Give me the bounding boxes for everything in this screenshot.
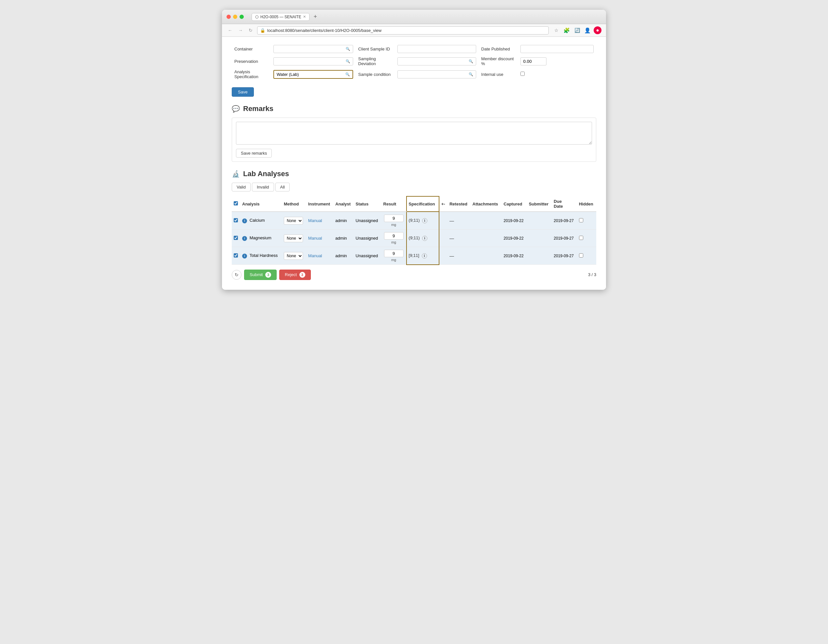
url-bar[interactable]: 🔒 xyxy=(257,27,549,35)
analysis-spec-field[interactable]: 🔍 xyxy=(273,70,353,79)
result-input[interactable] xyxy=(384,232,404,240)
sample-condition-field[interactable]: 🔍 xyxy=(397,70,476,79)
client-sample-id-input[interactable] xyxy=(400,47,473,52)
method-select[interactable]: None xyxy=(284,217,303,225)
result-input[interactable] xyxy=(384,215,404,222)
th-analyst: Analyst xyxy=(333,196,353,212)
spec-info-icon[interactable]: ℹ xyxy=(422,253,427,259)
refresh-button[interactable]: ↻ xyxy=(232,270,242,280)
info-icon[interactable]: i xyxy=(242,254,247,259)
lab-analyses-section-header: 🔬 Lab Analyses xyxy=(232,170,596,178)
sampling-deviation-field[interactable]: 🔍 xyxy=(397,57,476,66)
star-icon[interactable]: ☆ xyxy=(552,26,560,35)
tab-close-button[interactable]: ✕ xyxy=(303,15,306,19)
row-checkbox-cell[interactable] xyxy=(232,229,240,247)
spec-value: (9;11) xyxy=(409,236,420,240)
close-button[interactable] xyxy=(227,15,231,19)
submit-button[interactable]: Submit 3 xyxy=(244,270,277,280)
th-plusminus: +- xyxy=(439,196,447,212)
row-checkbox-cell[interactable] xyxy=(232,212,240,229)
row-result[interactable]: mg xyxy=(381,247,406,265)
row-captured: 2019-09-22 xyxy=(502,247,527,265)
client-sample-id-field[interactable] xyxy=(397,45,476,53)
form-row-preservation: Preservation 🔍 Sampling Deviation 🔍 xyxy=(232,55,596,68)
row-hidden[interactable] xyxy=(577,212,596,229)
spec-info-icon[interactable]: ℹ xyxy=(422,236,427,241)
active-tab[interactable]: ⬡ H2O-0005 — SENAITE ✕ xyxy=(252,13,309,21)
sample-condition-label: Sample condition xyxy=(356,68,395,81)
tab-bar: ⬡ H2O-0005 — SENAITE ✕ + xyxy=(252,13,601,21)
row-checkbox-cell[interactable] xyxy=(232,247,240,265)
remarks-box: Save remarks xyxy=(232,118,596,162)
row-method[interactable]: None xyxy=(282,247,306,265)
preservation-field[interactable]: 🔍 xyxy=(273,57,353,66)
row-checkbox[interactable] xyxy=(234,253,238,258)
save-remarks-button[interactable]: Save remarks xyxy=(236,149,272,157)
sync-icon[interactable]: 🔄 xyxy=(573,26,581,35)
spec-info-icon[interactable]: ℹ xyxy=(422,218,427,223)
container-field[interactable]: 🔍 xyxy=(273,45,353,53)
analysis-spec-input[interactable] xyxy=(277,72,345,77)
row-instrument[interactable]: Manual xyxy=(306,212,334,229)
row-result[interactable]: mg xyxy=(381,229,406,247)
hidden-checkbox[interactable] xyxy=(579,218,583,222)
bottom-actions: ↻ Submit 3 Reject 3 xyxy=(232,270,311,280)
row-instrument[interactable]: Manual xyxy=(306,247,334,265)
back-button[interactable]: ← xyxy=(227,27,234,33)
table-row: i Calcium None Manual admin Unassigned m… xyxy=(232,212,596,229)
date-published-input[interactable] xyxy=(523,47,591,52)
minimize-button[interactable] xyxy=(233,15,237,19)
row-spec: (9;11) ℹ xyxy=(406,212,439,229)
new-tab-button[interactable]: + xyxy=(312,13,318,20)
row-retested: — xyxy=(447,212,470,229)
th-select-all[interactable] xyxy=(232,196,240,212)
row-result[interactable]: mg xyxy=(381,212,406,229)
filter-all-button[interactable]: All xyxy=(275,183,290,192)
sample-condition-input[interactable] xyxy=(400,72,469,77)
hidden-checkbox[interactable] xyxy=(579,253,583,258)
url-input[interactable] xyxy=(267,28,546,33)
row-instrument[interactable]: Manual xyxy=(306,229,334,247)
container-input[interactable] xyxy=(276,47,346,52)
extension-icon[interactable]: 🧩 xyxy=(562,26,571,35)
analyses-tbody: i Calcium None Manual admin Unassigned m… xyxy=(232,212,596,265)
remarks-icon: 💬 xyxy=(232,105,240,113)
maximize-button[interactable] xyxy=(240,15,244,19)
browser-actions: ☆ 🧩 🔄 👤 ● xyxy=(552,26,601,35)
select-all-checkbox[interactable] xyxy=(234,201,238,206)
row-submitter xyxy=(527,212,552,229)
instrument-link[interactable]: Manual xyxy=(308,253,322,258)
instrument-link[interactable]: Manual xyxy=(308,236,322,240)
filter-valid-button[interactable]: Valid xyxy=(232,183,251,192)
remarks-textarea[interactable] xyxy=(236,122,592,145)
method-select[interactable]: None xyxy=(284,252,303,260)
method-select[interactable]: None xyxy=(284,234,303,242)
reject-button[interactable]: Reject 3 xyxy=(279,270,310,280)
sampling-deviation-input[interactable] xyxy=(400,59,469,64)
row-hidden[interactable] xyxy=(577,229,596,247)
reload-button[interactable]: ↻ xyxy=(247,27,254,33)
row-checkbox[interactable] xyxy=(234,218,238,222)
info-icon[interactable]: i xyxy=(242,236,247,241)
internal-use-label: Internal use xyxy=(479,68,518,81)
row-due-date: 2019-09-27 xyxy=(552,212,577,229)
internal-use-checkbox[interactable] xyxy=(521,72,525,76)
member-discount-input[interactable] xyxy=(521,57,546,66)
retested-dash: — xyxy=(450,253,454,259)
profile-icon[interactable]: 👤 xyxy=(583,26,592,35)
row-hidden[interactable] xyxy=(577,247,596,265)
date-published-field[interactable] xyxy=(521,45,594,53)
info-icon[interactable]: i xyxy=(242,218,247,223)
preservation-input[interactable] xyxy=(276,59,346,64)
row-method[interactable]: None xyxy=(282,212,306,229)
row-checkbox[interactable] xyxy=(234,236,238,240)
result-input[interactable] xyxy=(384,250,404,257)
row-method[interactable]: None xyxy=(282,229,306,247)
save-button[interactable]: Save xyxy=(232,87,254,97)
forward-button[interactable]: → xyxy=(237,27,244,33)
row-status: Unassigned xyxy=(354,229,381,247)
hidden-checkbox[interactable] xyxy=(579,236,583,240)
instrument-link[interactable]: Manual xyxy=(308,218,322,223)
senaite-icon[interactable]: ● xyxy=(594,27,601,34)
filter-invalid-button[interactable]: Invalid xyxy=(252,183,274,192)
